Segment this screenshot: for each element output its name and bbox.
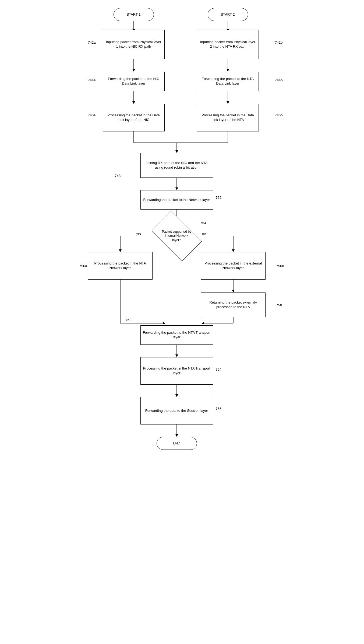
- node-756a-label: Processing the packet in the NTA Network…: [90, 261, 150, 270]
- label-744b: 744b: [275, 78, 283, 82]
- node-746a-label: Processing tha packet in the Data Link l…: [105, 113, 162, 122]
- node-758-label: Returning the packet externaly processed…: [203, 300, 263, 309]
- node-742b-label: Inputting packet from Physical layer 2 i…: [199, 40, 256, 49]
- start2-node: START 2: [208, 8, 248, 21]
- label-764: 764: [216, 367, 222, 371]
- node-742a-label: Inputting packet from Physical layer 1 i…: [105, 40, 162, 49]
- label-746a: 746a: [88, 113, 96, 117]
- label-742a: 742a: [88, 40, 96, 44]
- start2-label: START 2: [221, 12, 235, 17]
- svg-marker-41: [175, 434, 178, 437]
- svg-marker-29: [232, 290, 235, 293]
- svg-marker-7: [227, 69, 229, 72]
- start1-node: START 1: [114, 8, 154, 21]
- node-744b-label: Forwarding the packet to the NTA Data Li…: [199, 77, 256, 86]
- start1-label: START 1: [126, 12, 140, 17]
- node-746b-label: Processing tha packet in the Data Link l…: [199, 113, 256, 122]
- label-756b: 756b: [276, 264, 284, 268]
- label-744a: 744a: [88, 78, 96, 82]
- node-752: Forwarding the packet to the Network lay…: [140, 190, 213, 210]
- node-766-label: Forwarding the data to the Session layer: [145, 409, 208, 413]
- label-754: 754: [200, 221, 206, 225]
- node-752-label: Forwarding the packet to the Network lay…: [143, 198, 210, 202]
- label-758: 758: [276, 303, 282, 307]
- label-752: 752: [216, 196, 222, 200]
- svg-marker-27: [232, 249, 235, 252]
- node-742b: Inputting packet from Physical layer 2 i…: [197, 30, 259, 59]
- end-node: END: [157, 437, 197, 450]
- node-758: Returning the packet externaly processed…: [201, 293, 266, 317]
- node-762: Forwarding the packet to the NTA Transpo…: [140, 325, 213, 345]
- svg-marker-15: [175, 150, 178, 153]
- svg-marker-19: [175, 187, 178, 190]
- node-766: Forwarding the data to the Session layer: [140, 397, 213, 424]
- svg-marker-24: [119, 249, 122, 252]
- svg-marker-37: [175, 354, 178, 357]
- node-746b: Processing tha packet in the Data Link l…: [197, 104, 259, 131]
- node-756b-label: Processing the packet in the external Ne…: [203, 261, 263, 270]
- node-764: Processing the packet in the NTA Transpo…: [140, 357, 213, 385]
- node-742a: Inputting packet from Physical layer 1 i…: [103, 30, 165, 59]
- label-746b: 746b: [275, 113, 283, 117]
- no-label: no: [202, 232, 206, 235]
- label-742b: 742b: [275, 40, 283, 44]
- node-746a: Processing tha packet in the Data Link l…: [103, 104, 165, 131]
- node-748-label: Joining RX path of the NIC and the NTA u…: [143, 161, 211, 170]
- node-756b: Processing the packet in the external Ne…: [201, 252, 266, 280]
- node-744a-label: Forwarding the packet to the NIC Data Li…: [105, 77, 162, 86]
- label-756a: 756a: [79, 264, 87, 268]
- node-762-label: Forwarding the packet to the NTA Transpo…: [143, 330, 211, 340]
- node-754-label: Packet supported by internal Network lay…: [155, 230, 198, 242]
- svg-marker-39: [175, 394, 178, 397]
- end-label: END: [173, 441, 180, 446]
- node-748: Joining RX path of the NIC and the NTA u…: [140, 153, 213, 178]
- yes-label: yes: [136, 232, 142, 235]
- node-744b: Forwarding the packet to the NTA Data Li…: [197, 72, 259, 91]
- node-744a: Forwarding the packet to the NIC Data Li…: [103, 72, 165, 91]
- svg-marker-32: [163, 322, 165, 325]
- label-762: 762: [126, 318, 132, 322]
- svg-marker-9: [132, 101, 135, 104]
- flowchart: START 1 START 2 742a Inputting packet fr…: [61, 5, 303, 598]
- label-748: 748: [115, 174, 121, 178]
- node-754: Packet supported by internal Network lay…: [155, 222, 198, 250]
- node-764-label: Processing the packet in the NTA Transpo…: [143, 366, 211, 375]
- svg-marker-11: [227, 101, 229, 104]
- label-766: 766: [216, 407, 222, 411]
- svg-marker-5: [132, 69, 135, 72]
- svg-marker-35: [202, 322, 204, 325]
- node-756a: Processing the packet in the NTA Network…: [88, 252, 153, 280]
